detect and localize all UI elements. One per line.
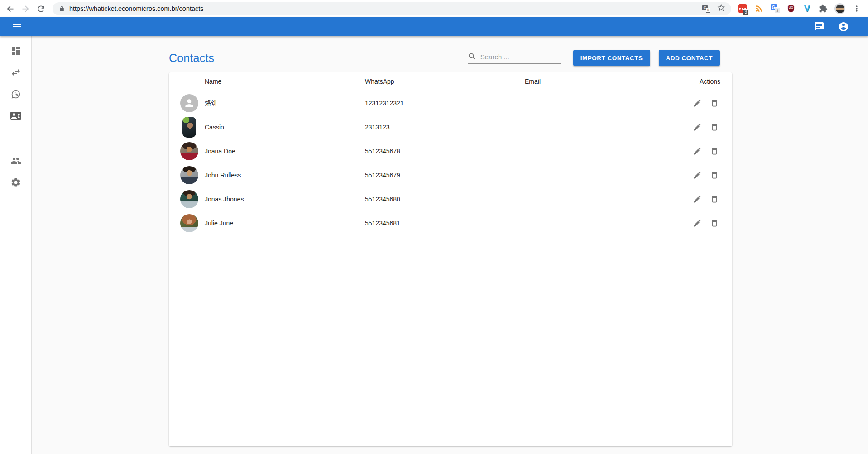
pencil-icon: [693, 123, 702, 132]
contact-whatsapp: 5512345681: [365, 211, 525, 235]
sidebar-item-contacts[interactable]: [0, 105, 31, 127]
red-dots-extension-icon[interactable]: 3: [738, 4, 748, 14]
people-icon: [10, 155, 21, 166]
table-header-row: Name WhatsApp Email Actions: [169, 72, 732, 91]
ninja-avatar: [836, 5, 844, 13]
pencil-icon: [693, 195, 702, 204]
contact-row: John Rulless 5512345679: [169, 163, 732, 187]
contact-row: Jonas Jhones 5512345680: [169, 187, 732, 211]
email-column-header: Email: [525, 72, 661, 91]
contact-row: 烙饼 12312312321: [169, 91, 732, 115]
rss-extension-icon[interactable]: [754, 4, 764, 14]
contact-avatar: [180, 166, 198, 184]
edit-contact-button[interactable]: [690, 96, 705, 111]
whatsapp-icon: [10, 89, 21, 100]
sidebar-item-tickets[interactable]: [0, 83, 31, 105]
search-input[interactable]: [480, 53, 561, 61]
contact-email: [525, 139, 661, 163]
sidebar-divider: [0, 129, 31, 129]
edit-contact-button[interactable]: [690, 191, 705, 207]
contact-whatsapp: 5512345680: [365, 187, 525, 211]
sidebar-item-settings[interactable]: [0, 172, 31, 193]
edit-contact-button[interactable]: [690, 167, 705, 183]
pencil-icon: [693, 99, 702, 108]
trash-icon: [710, 171, 719, 180]
contact-phone-icon: [10, 110, 21, 121]
trash-icon: [710, 195, 719, 204]
contact-name: Julie June: [205, 211, 365, 235]
sidebar: [0, 36, 32, 454]
pencil-icon: [693, 171, 702, 180]
google-translate-extension-icon[interactable]: G 文: [770, 4, 780, 14]
contact-avatar: [180, 214, 198, 232]
back-arrow-icon: [5, 4, 15, 14]
hamburger-icon: [11, 21, 22, 32]
contacts-table: Name WhatsApp Email Actions 烙饼 123123123…: [169, 72, 732, 235]
account-circle-icon: [838, 21, 849, 32]
screen: https://whaticket.economicros.com.br/con…: [0, 0, 868, 454]
chat-icon: [814, 21, 825, 32]
browser-back-button[interactable]: [3, 1, 17, 16]
actions-column-header: Actions: [661, 72, 732, 91]
contact-email: [525, 115, 661, 139]
translate-page-icon[interactable]: G 文: [702, 5, 710, 13]
contact-row: Julie June 5512345681: [169, 211, 732, 235]
extension-badge: 3: [743, 9, 749, 15]
gear-icon: [10, 177, 21, 188]
contact-name: Cassio: [205, 115, 365, 139]
menu-toggle-button[interactable]: [10, 20, 23, 33]
vimeo-extension-icon[interactable]: V: [802, 4, 812, 14]
app-bar: [0, 17, 868, 36]
whatsapp-column-header: WhatsApp: [365, 72, 525, 91]
bookmark-star-icon[interactable]: [717, 3, 726, 14]
dashboard-icon: [10, 45, 21, 56]
contact-whatsapp: 5512345678: [365, 139, 525, 163]
contact-whatsapp: 12312312321: [365, 91, 525, 115]
search-box: [468, 52, 561, 64]
contact-avatar: [182, 117, 196, 138]
contact-row: Cassio 2313123: [169, 115, 732, 139]
sidebar-item-users[interactable]: [0, 150, 31, 172]
ublock-extension-icon[interactable]: UO: [786, 4, 796, 13]
contact-whatsapp: 2313123: [365, 115, 525, 139]
messages-button[interactable]: [813, 20, 825, 33]
delete-contact-button[interactable]: [707, 143, 722, 159]
pencil-icon: [693, 219, 702, 228]
main-content: Contacts IMPORT CONTACTS ADD CONTACT: [32, 36, 868, 454]
forward-arrow-icon: [21, 4, 30, 14]
contact-avatar: [180, 94, 198, 112]
contact-avatar: [180, 142, 198, 160]
contact-email: [525, 187, 661, 211]
sidebar-item-dashboard[interactable]: [0, 40, 31, 62]
import-contacts-button[interactable]: IMPORT CONTACTS: [573, 50, 650, 66]
contact-row: Joana Doe 5512345678: [169, 139, 732, 163]
sidebar-item-connections[interactable]: [0, 62, 31, 83]
search-icon: [468, 52, 477, 61]
edit-contact-button[interactable]: [690, 215, 705, 231]
browser-menu-icon[interactable]: [852, 4, 862, 14]
contact-whatsapp: 5512345679: [365, 163, 525, 187]
extensions-puzzle-icon[interactable]: [818, 4, 828, 14]
edit-contact-button[interactable]: [690, 119, 705, 135]
browser-reload-button[interactable]: [34, 1, 48, 16]
delete-contact-button[interactable]: [707, 215, 722, 231]
delete-contact-button[interactable]: [707, 96, 722, 111]
trash-icon: [710, 219, 719, 228]
browser-forward-button[interactable]: [18, 1, 33, 16]
name-column-header: Name: [205, 72, 365, 91]
contact-name: 烙饼: [205, 91, 365, 115]
delete-contact-button[interactable]: [707, 119, 722, 135]
add-contact-button[interactable]: ADD CONTACT: [659, 50, 720, 66]
contact-email: [525, 211, 661, 235]
extensions-row: 3 G 文 UO V: [736, 3, 863, 14]
trash-icon: [710, 123, 719, 132]
address-bar[interactable]: https://whaticket.economicros.com.br/con…: [53, 2, 731, 15]
edit-contact-button[interactable]: [690, 143, 705, 159]
browser-profile-avatar[interactable]: [834, 3, 845, 14]
delete-contact-button[interactable]: [707, 167, 722, 183]
reload-icon: [36, 4, 46, 14]
trash-icon: [710, 147, 719, 156]
delete-contact-button[interactable]: [707, 191, 722, 207]
trash-icon: [710, 99, 719, 108]
account-button[interactable]: [837, 20, 850, 33]
